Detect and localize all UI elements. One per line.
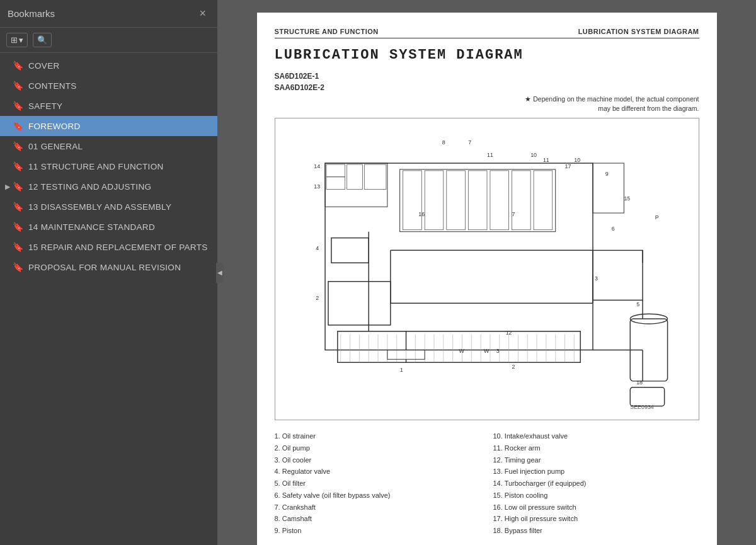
svg-text:17: 17 [564,163,571,169]
bookmark-label: 13 DISASSEMBLY AND ASSEMBLY [28,202,211,212]
bookmark-icon: 🔖 [13,202,23,212]
bookmark-list: ▶🔖COVER▶🔖CONTENTS▶🔖SAFETY▶🔖FOREWORD▶🔖01 … [0,53,217,545]
part-item: 8. Camshaft [275,513,481,525]
bookmark-item-cover[interactable]: ▶🔖COVER [0,55,217,76]
bookmark-label: CONTENTS [28,81,211,91]
document-page: STRUCTURE AND FUNCTION LUBRICATION SYSTE… [257,13,717,545]
bookmark-item-structure[interactable]: ▶🔖11 STRUCTURE AND FUNCTION [0,156,217,176]
bookmark-icon: 🔖 [13,222,23,232]
bookmark-icon: 🔖 [13,81,23,91]
svg-text:P: P [655,214,658,221]
svg-text:2: 2 [512,364,515,370]
svg-text:W: W [459,348,464,355]
collapse-arrow-icon: ◀ [217,269,222,276]
part-item: 3. Oil cooler [275,454,481,466]
bookmark-icon: 🔖 [13,141,23,151]
svg-text:15: 15 [624,196,630,202]
bookmark-icon: 🔖 [13,181,23,192]
svg-text:10: 10 [530,152,537,158]
view-options-button[interactable]: ⊞ ▾ [6,33,28,47]
svg-text:7: 7 [468,140,471,146]
sidebar-header: Bookmarks × [0,0,217,28]
sidebar-title: Bookmarks [8,8,55,19]
collapse-handle[interactable]: ◀ [216,263,224,283]
model-section: SA6D102E-1 SAA6D102E-2 [275,72,699,92]
close-button[interactable]: × [195,6,210,21]
bookmark-item-repair[interactable]: ▶🔖15 REPAIR AND REPLACEMENT OF PARTS [0,237,217,257]
bookmark-icon: 🔖 [13,121,23,131]
expand-arrow-icon: ▶ [5,183,10,191]
bookmark-label: 14 MAINTENANCE STANDARD [28,222,211,232]
bookmark-icon: 🔖 [13,161,23,171]
sidebar: Bookmarks × ⊞ ▾ 🔍 ▶🔖COVER▶🔖CONTENTS▶🔖SAF… [0,0,217,545]
part-item: 10. Intake/exhaust valve [493,430,699,442]
svg-text:16: 16 [418,211,425,217]
part-item: 14. Turbocharger (if equipped) [493,478,699,490]
svg-text:1: 1 [399,367,403,373]
part-item: 2. Oil pump [275,442,481,454]
part-item: 15. Piston cooling [493,490,699,502]
svg-text:13: 13 [314,183,320,190]
part-item: 12. Timing gear [493,454,699,466]
bookmark-icon: 🔖 [13,262,23,272]
bookmark-search-button[interactable]: 🔍 [33,33,52,47]
bookmark-label: 12 TESTING AND ADJUSTING [28,182,211,192]
bookmark-label: 01 GENERAL [28,142,211,151]
svg-text:SEE0934: SEE0934 [630,404,654,411]
chevron-down-icon: ▾ [19,35,23,45]
header-left: STRUCTURE AND FUNCTION [275,28,379,35]
bookmark-item-testing[interactable]: ▶🔖12 TESTING AND ADJUSTING [0,176,217,197]
bookmark-item-maintenance[interactable]: ▶🔖14 MAINTENANCE STANDARD [0,217,217,237]
part-item: 18. Bypass filter [493,525,699,537]
part-item: 16. Low oil pressure switch [493,502,699,513]
part-item: 6. Safety valve (oil filter bypass valve… [275,490,481,502]
svg-text:11: 11 [487,152,493,158]
bookmark-item-contents[interactable]: ▶🔖CONTENTS [0,76,217,96]
svg-text:3: 3 [594,275,597,282]
svg-text:8: 8 [442,140,445,146]
svg-rect-0 [275,126,699,413]
bookmark-icon: 🔖 [13,242,23,252]
svg-text:9: 9 [605,171,608,177]
diagram-container: 1 14 13 8 7 [275,118,699,420]
bookmark-item-general[interactable]: ▶🔖01 GENERAL [0,136,217,156]
bookmark-label: SAFETY [28,101,211,111]
part-item: 17. High oil pressure switch [493,513,699,525]
part-item: 9. Piston [275,525,481,537]
part-item: 11. Rocker arm [493,442,699,454]
part-item: 7. Crankshaft [275,502,481,513]
svg-text:W: W [484,348,490,355]
svg-text:4: 4 [316,246,319,252]
bookmark-search-icon: 🔍 [37,35,47,45]
part-item: 4. Regulator valve [275,466,481,478]
part-item: 5. Oil filter [275,478,481,490]
model2: SAA6D102E-2 [275,83,699,92]
main-content: STRUCTURE AND FUNCTION LUBRICATION SYSTE… [217,0,756,545]
bookmark-item-safety[interactable]: ▶🔖SAFETY [0,96,217,116]
bookmark-item-disassembly[interactable]: ▶🔖13 DISASSEMBLY AND ASSEMBLY [0,197,217,217]
header-right: LUBRICATION SYSTEM DIAGRAM [578,28,699,35]
bookmark-label: 11 STRUCTURE AND FUNCTION [28,162,211,171]
parts-list: 1. Oil strainer2. Oil pump3. Oil cooler4… [275,430,699,536]
bookmark-label: PROPOSAL FOR MANUAL REVISION [28,263,211,272]
bookmark-label: FOREWORD [28,122,211,131]
bookmark-icon: 🔖 [13,101,23,111]
bookmark-item-proposal[interactable]: ▶🔖PROPOSAL FOR MANUAL REVISION [0,257,217,277]
svg-text:18: 18 [636,379,643,386]
grid-icon: ⊞ [11,35,18,45]
svg-text:7: 7 [512,211,515,217]
bookmark-label: 15 REPAIR AND REPLACEMENT OF PARTS [28,243,211,252]
svg-text:10: 10 [574,157,580,163]
diagram-svg: 1 14 13 8 7 [275,118,699,420]
bookmark-icon: 🔖 [13,60,23,71]
bookmark-label: COVER [28,61,211,71]
page-header: STRUCTURE AND FUNCTION LUBRICATION SYSTE… [275,28,699,38]
parts-col-right: 10. Intake/exhaust valve11. Rocker arm12… [493,430,699,536]
svg-text:11: 11 [542,157,549,163]
model1: SA6D102E-1 [275,72,699,81]
svg-text:5: 5 [636,302,639,308]
document-title: LUBRICATION SYSTEM DIAGRAM [275,47,699,63]
svg-text:12: 12 [505,330,512,336]
bookmark-item-foreword[interactable]: ▶🔖FOREWORD [0,116,217,136]
svg-text:2: 2 [316,295,319,302]
